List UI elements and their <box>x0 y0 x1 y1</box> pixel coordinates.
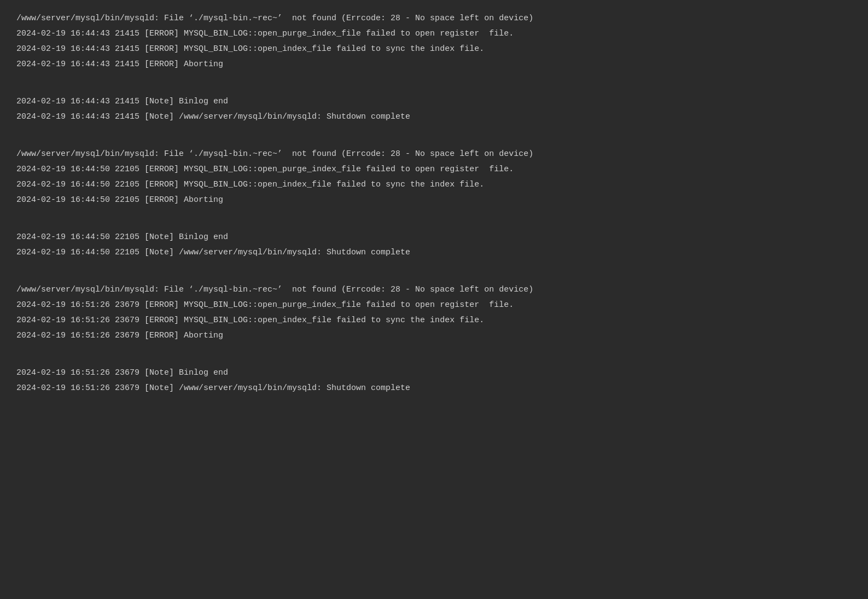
log-line: /www/server/mysql/bin/mysqld: File ‘./my… <box>16 147 852 162</box>
log-spacer <box>16 136 852 147</box>
log-line: 2024-02-19 16:51:26 23679 [Note] /www/se… <box>16 381 852 396</box>
log-container: /www/server/mysql/bin/mysqld: File ‘./my… <box>16 11 852 396</box>
log-line: 2024-02-19 16:44:50 22105 [Note] /www/se… <box>16 245 852 260</box>
log-spacer <box>16 219 852 230</box>
log-block-1: /www/server/mysql/bin/mysqld: File ‘./my… <box>16 11 852 72</box>
log-line: 2024-02-19 16:51:26 23679 [ERROR] Aborti… <box>16 328 852 344</box>
log-block-6: 2024-02-19 16:51:26 23679 [Note] Binlog … <box>16 365 852 396</box>
log-line: 2024-02-19 16:44:50 22105 [Note] Binlog … <box>16 230 852 245</box>
log-block-5: /www/server/mysql/bin/mysqld: File ‘./my… <box>16 282 852 344</box>
log-spacer <box>16 271 852 282</box>
log-line: 2024-02-19 16:44:43 21415 [Note] Binlog … <box>16 94 852 109</box>
log-line: 2024-02-19 16:44:50 22105 [ERROR] MYSQL_… <box>16 162 852 177</box>
log-line: 2024-02-19 16:44:43 21415 [ERROR] MYSQL_… <box>16 42 852 57</box>
log-line: 2024-02-19 16:51:26 23679 [Note] Binlog … <box>16 365 852 381</box>
log-line: 2024-02-19 16:44:50 22105 [ERROR] MYSQL_… <box>16 177 852 193</box>
log-line: 2024-02-19 16:51:26 23679 [ERROR] MYSQL_… <box>16 313 852 328</box>
log-line: 2024-02-19 16:44:43 21415 [ERROR] MYSQL_… <box>16 26 852 42</box>
log-block-4: 2024-02-19 16:44:50 22105 [Note] Binlog … <box>16 230 852 260</box>
log-line: 2024-02-19 16:44:43 21415 [Note] /www/se… <box>16 109 852 125</box>
log-line: 2024-02-19 16:44:50 22105 [ERROR] Aborti… <box>16 193 852 208</box>
log-spacer <box>16 354 852 365</box>
log-line: /www/server/mysql/bin/mysqld: File ‘./my… <box>16 11 852 26</box>
log-block-2: 2024-02-19 16:44:43 21415 [Note] Binlog … <box>16 94 852 125</box>
log-spacer <box>16 83 852 94</box>
log-block-3: /www/server/mysql/bin/mysqld: File ‘./my… <box>16 147 852 208</box>
log-line: 2024-02-19 16:51:26 23679 [ERROR] MYSQL_… <box>16 298 852 313</box>
log-line: /www/server/mysql/bin/mysqld: File ‘./my… <box>16 282 852 298</box>
log-line: 2024-02-19 16:44:43 21415 [ERROR] Aborti… <box>16 57 852 72</box>
